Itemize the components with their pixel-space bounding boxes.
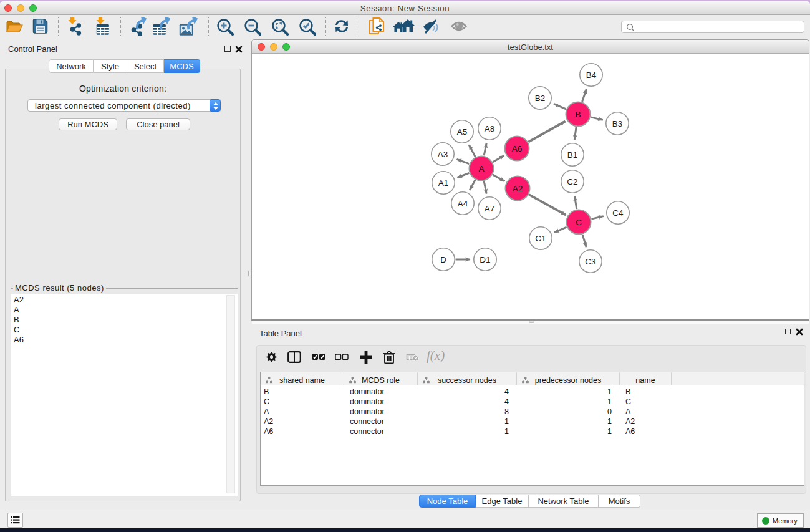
svg-text:C1: C1 — [535, 234, 546, 243]
svg-text:A7: A7 — [485, 204, 495, 213]
svg-text:B3: B3 — [612, 119, 623, 128]
svg-text:A5: A5 — [457, 127, 468, 137]
svg-text:D: D — [440, 255, 446, 264]
svg-text:C: C — [576, 218, 582, 227]
svg-text:B2: B2 — [535, 94, 546, 103]
svg-text:B1: B1 — [567, 150, 578, 160]
svg-text:B4: B4 — [586, 70, 597, 80]
svg-text:B: B — [575, 110, 581, 119]
svg-text:A6: A6 — [512, 144, 523, 153]
svg-text:A1: A1 — [438, 178, 449, 188]
svg-text:A2: A2 — [513, 184, 523, 193]
svg-text:C4: C4 — [612, 208, 624, 218]
svg-text:C3: C3 — [585, 257, 595, 266]
svg-text:A4: A4 — [458, 199, 468, 208]
svg-text:C2: C2 — [567, 177, 577, 186]
svg-text:D1: D1 — [480, 255, 490, 264]
svg-text:A3: A3 — [438, 150, 448, 159]
svg-text:A8: A8 — [485, 124, 495, 133]
svg-text:A: A — [478, 164, 484, 173]
